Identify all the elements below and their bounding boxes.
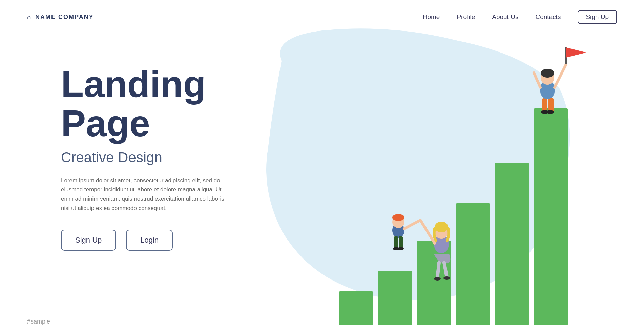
nav-profile[interactable]: Profile [457,13,475,21]
svg-line-17 [420,220,435,243]
hero-subtitle: Creative Design [61,149,271,166]
svg-rect-23 [548,98,554,112]
svg-line-13 [404,220,420,229]
nav-contacts[interactable]: Contacts [535,13,561,21]
hero-login-button[interactable]: Login [126,230,173,251]
svg-rect-0 [339,291,373,325]
nav-about[interactable]: About Us [492,13,518,21]
illustration [319,41,624,332]
svg-rect-3 [456,203,490,325]
svg-rect-1 [378,271,412,325]
watermark: #sample [27,318,50,325]
nav-signup-button[interactable]: Sign Up [578,10,617,24]
hero-description: Lorem ipsum dolor sit amet, consectetur … [61,176,230,213]
svg-rect-10 [399,236,403,248]
logo: ⌂ NAME COMPANY [27,13,94,21]
hero-buttons: Sign Up Login [61,230,271,251]
hero-signup-button[interactable]: Sign Up [61,230,116,251]
nav-home[interactable]: Home [423,13,440,21]
home-icon: ⌂ [27,13,32,21]
hero-section: Landing Page Creative Design Lorem ipsum… [61,64,271,251]
svg-point-20 [434,277,441,281]
svg-line-29 [534,73,540,87]
svg-rect-9 [394,236,398,248]
svg-point-12 [398,247,404,250]
svg-line-30 [555,64,566,87]
hero-title: Landing Page [61,64,271,143]
svg-line-18 [437,263,439,278]
svg-point-25 [546,110,554,114]
svg-point-21 [443,276,450,280]
svg-rect-22 [542,98,547,112]
svg-rect-5 [534,108,568,325]
header: ⌂ NAME COMPANY Home Profile About Us Con… [0,0,644,34]
svg-rect-4 [495,163,529,325]
svg-rect-2 [417,241,451,325]
svg-marker-32 [566,47,586,58]
svg-point-28 [541,69,554,78]
svg-point-8 [392,214,404,221]
nav: Home Profile About Us Contacts Sign Up [423,10,617,24]
logo-text: NAME COMPANY [35,14,94,21]
svg-point-16 [435,222,448,232]
